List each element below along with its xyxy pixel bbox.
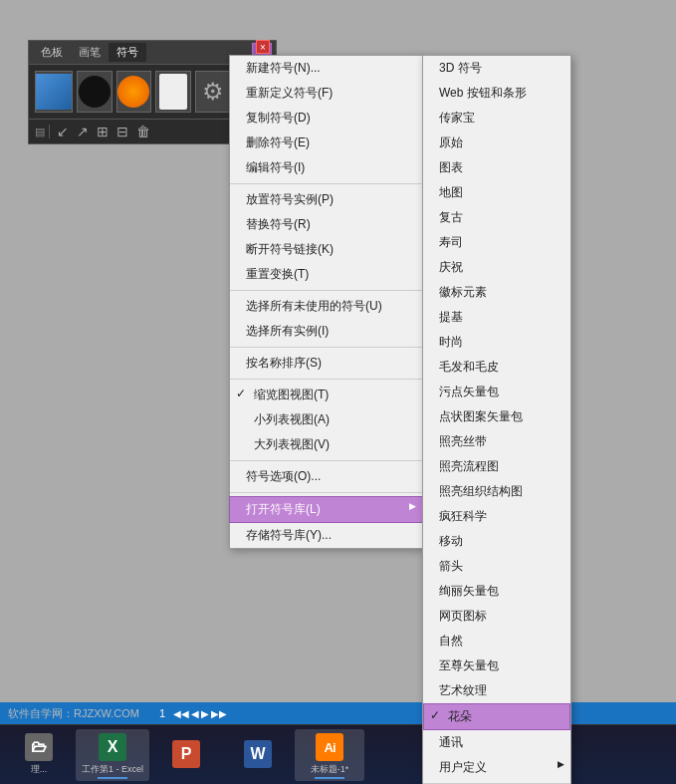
menu-select-unused[interactable]: 选择所有未使用的符号(U) xyxy=(230,294,422,319)
close-button[interactable]: × xyxy=(256,40,270,54)
menu-redefine-symbol[interactable]: 重新定义符号(F) xyxy=(230,81,422,106)
submenu-illuminate-org[interactable]: 照亮组织结构图 xyxy=(423,479,570,504)
menu-place-instance[interactable]: 放置符号实例(P) xyxy=(230,187,422,212)
menu-large-list-view[interactable]: 大列表视图(V) xyxy=(230,432,422,457)
menu-delete-symbol[interactable]: 删除符号(E) xyxy=(230,131,422,155)
next-page-button[interactable]: ▶ xyxy=(201,708,209,719)
menu-sep-1 xyxy=(230,183,422,184)
menu-symbol-options[interactable]: 符号选项(O)... xyxy=(230,464,422,489)
ai-icon: Ai xyxy=(316,733,343,761)
taskbar-item-excel[interactable]: X 工作第1 - Excel xyxy=(76,729,149,781)
symbol-item[interactable] xyxy=(77,71,113,113)
submenu-illuminate-ribbon[interactable]: 照亮丝带 xyxy=(423,429,570,454)
symbol-item[interactable] xyxy=(116,71,152,113)
submenu-heirloom[interactable]: 传家宝 xyxy=(423,106,570,131)
delete-symbol-icon[interactable]: ⊟ xyxy=(113,122,131,141)
submenu-retro[interactable]: 复古 xyxy=(423,205,570,230)
submenu-map[interactable]: 地图 xyxy=(423,180,570,205)
trash-icon[interactable]: 🗑 xyxy=(133,122,153,141)
taskbar-ai-active-indicator xyxy=(315,777,344,779)
tab-symbol[interactable]: 符号 xyxy=(109,43,146,62)
taskbar-excel-label: 工作第1 - Excel xyxy=(82,763,143,776)
context-menu: 新建符号(N)... 重新定义符号(F) 复制符号(D) 删除符号(E) 编辑符… xyxy=(229,55,423,549)
submenu-mobile[interactable]: 移动 xyxy=(423,529,570,554)
status-bar: 软件自学网：RJZXW.COM 1 ◀◀ ◀ ▶ ▶▶ 选择 xyxy=(0,702,676,724)
submenu-web-icons[interactable]: 网页图标 xyxy=(423,604,570,629)
website-label: 软件自学网：RJZXW.COM xyxy=(8,706,139,721)
submenu-tiki[interactable]: 提基 xyxy=(423,305,570,330)
symbol-orange-circle xyxy=(117,76,149,108)
submenu-dot-pattern[interactable]: 点状图案矢量包 xyxy=(423,404,570,429)
symbol-item[interactable] xyxy=(155,71,191,113)
submenu-fashion[interactable]: 时尚 xyxy=(423,330,570,355)
taskbar-item-ppt[interactable]: P xyxy=(151,729,221,781)
submenu-illuminate-flowchart[interactable]: 照亮流程图 xyxy=(423,454,570,479)
submenu-supreme-pack[interactable]: 至尊矢量包 xyxy=(423,653,570,678)
symbol-item[interactable]: ⚙ xyxy=(195,71,231,113)
submenu-arrows[interactable]: 箭头 xyxy=(423,554,570,579)
submenu-grunge-pack[interactable]: 污点矢量包 xyxy=(423,380,570,404)
taskbar-item-word[interactable]: W xyxy=(223,729,293,781)
break-link-icon[interactable]: ↗ xyxy=(74,122,92,141)
submenu-mad-science[interactable]: 疯狂科学 xyxy=(423,504,570,529)
menu-sep-4 xyxy=(230,379,422,380)
sub-context-menu: 3D 符号 Web 按钮和条形 传家宝 原始 图表 地图 复古 寿司 庆祝 徽标… xyxy=(422,55,571,784)
submenu-communication[interactable]: 通讯 xyxy=(423,730,570,755)
prev-page-button[interactable]: ◀ xyxy=(191,708,199,719)
first-page-button[interactable]: ◀◀ xyxy=(173,708,189,719)
tab-color-board[interactable]: 色板 xyxy=(33,43,71,62)
symbol-black-circle xyxy=(79,76,111,108)
menu-replace-symbol[interactable]: 替换符号(R) xyxy=(230,212,422,237)
menu-sep-5 xyxy=(230,460,422,461)
submenu-nature[interactable]: 自然 xyxy=(423,629,570,653)
submenu-web-buttons[interactable]: Web 按钮和条形 xyxy=(423,81,570,106)
taskbar-item-folder[interactable]: 🗁 理... xyxy=(4,729,74,781)
taskbar-active-indicator xyxy=(98,777,127,779)
place-instance-icon[interactable]: ↙ xyxy=(54,122,72,141)
menu-edit-symbol[interactable]: 编辑符号(I) xyxy=(230,155,422,180)
excel-icon: X xyxy=(99,733,126,761)
menu-small-list-view[interactable]: 小列表视图(A) xyxy=(230,407,422,432)
submenu-art-texture[interactable]: 艺术纹理 xyxy=(423,678,570,703)
submenu-3d-symbols[interactable]: 3D 符号 xyxy=(423,56,570,81)
last-page-button[interactable]: ▶▶ xyxy=(211,708,227,719)
menu-sep-6 xyxy=(230,492,422,493)
menu-sep-2 xyxy=(230,290,422,291)
library-icon: ▤ xyxy=(35,126,45,138)
submenu-logo-elements[interactable]: 徽标元素 xyxy=(423,280,570,305)
menu-select-instances[interactable]: 选择所有实例(I) xyxy=(230,319,422,344)
submenu-sushi[interactable]: 寿司 xyxy=(423,230,570,255)
menu-copy-symbol[interactable]: 复制符号(D) xyxy=(230,106,422,131)
taskbar-item-ai[interactable]: Ai 未标题-1* xyxy=(295,729,364,781)
symbol-blue-rect xyxy=(36,74,72,110)
submenu-primitive[interactable]: 原始 xyxy=(423,131,570,155)
taskbar-folder-label: 理... xyxy=(31,763,48,776)
tab-brush[interactable]: 画笔 xyxy=(71,43,109,62)
menu-thumbnail-view[interactable]: 缩览图视图(T) xyxy=(230,383,422,407)
submenu-gorgeous-pack[interactable]: 绚丽矢量包 xyxy=(423,579,570,604)
submenu-celebrate[interactable]: 庆祝 xyxy=(423,255,570,280)
symbol-white-card xyxy=(159,74,187,110)
ppt-icon: P xyxy=(172,740,200,768)
menu-break-link[interactable]: 断开符号链接(K) xyxy=(230,237,422,262)
submenu-hair-fur[interactable]: 毛发和毛皮 xyxy=(423,355,570,380)
submenu-flowers[interactable]: 花朵 xyxy=(423,703,570,730)
menu-sep-3 xyxy=(230,347,422,348)
page-navigation: ◀◀ ◀ ▶ ▶▶ xyxy=(173,708,227,719)
word-icon: W xyxy=(244,740,272,768)
submenu-user-defined[interactable]: 用户定义 xyxy=(423,755,570,780)
menu-save-symbol-library[interactable]: 存储符号库(Y)... xyxy=(230,523,422,548)
symbol-item[interactable] xyxy=(35,71,73,113)
submenu-chart[interactable]: 图表 xyxy=(423,155,570,180)
page-number: 1 xyxy=(147,707,165,719)
menu-open-symbol-library[interactable]: 打开符号库(L) xyxy=(229,496,423,523)
menu-reset-transform[interactable]: 重置变换(T) xyxy=(230,262,422,287)
menu-sort-by-name[interactable]: 按名称排序(S) xyxy=(230,351,422,376)
folder-icon: 🗁 xyxy=(25,733,53,761)
taskbar: 🗁 理... X 工作第1 - Excel P W Ai 未标题-1* xyxy=(0,724,676,784)
toolbar-separator xyxy=(49,125,50,138)
add-symbol-icon[interactable]: ⊞ xyxy=(94,122,112,141)
menu-new-symbol[interactable]: 新建符号(N)... xyxy=(230,56,422,81)
taskbar-ai-label: 未标题-1* xyxy=(311,763,349,776)
symbol-gear: ⚙ xyxy=(202,78,224,106)
